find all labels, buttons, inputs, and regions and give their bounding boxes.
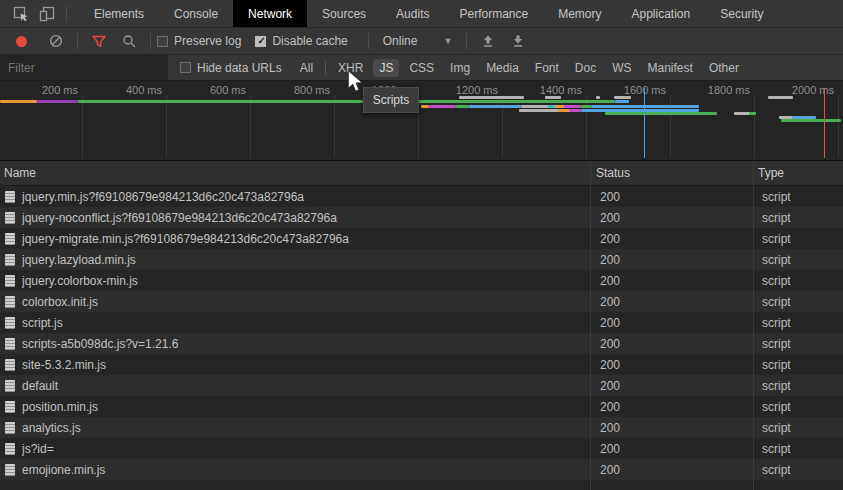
table-row[interactable]: site-5.3.2.min.js200script (0, 354, 843, 375)
table-row[interactable]: scripts-a5b098dc.js?v=1.21.6200script (0, 333, 843, 354)
inspect-element-icon[interactable] (8, 1, 34, 27)
tab-sources[interactable]: Sources (307, 0, 381, 27)
request-name[interactable]: colorbox.init.js (22, 295, 590, 309)
request-name[interactable]: scripts-a5b098dc.js?v=1.21.6 (22, 337, 590, 351)
request-status: 200 (590, 211, 753, 225)
tab-memory[interactable]: Memory (543, 0, 616, 27)
request-type: script (753, 211, 791, 225)
disable-cache-checkbox[interactable] (255, 36, 266, 47)
request-name[interactable]: emojione.min.js (22, 463, 590, 477)
timeline-tick-label: 1800 ms (680, 84, 750, 96)
request-status: 200 (590, 274, 753, 288)
tab-strip: ElementsConsoleNetworkSourcesAuditsPerfo… (79, 0, 779, 27)
table-row[interactable]: jquery.colorbox-min.js200script (0, 270, 843, 291)
filter-bar: Hide data URLs AllXHRJSCSSImgMediaFontDo… (0, 55, 843, 81)
table-row[interactable]: emojione.min.js200script (0, 459, 843, 480)
tab-performance[interactable]: Performance (444, 0, 543, 27)
toolbar-divider (150, 33, 151, 49)
column-header-type[interactable]: Type (749, 166, 784, 180)
timeline-gridline (250, 95, 251, 158)
filter-pill-css[interactable]: CSS (403, 59, 440, 77)
script-file-icon (5, 422, 15, 434)
hide-data-urls-label: Hide data URLs (197, 61, 282, 75)
tab-network[interactable]: Network (233, 0, 307, 27)
table-row[interactable]: jquery-migrate.min.js?f69108679e984213d6… (0, 228, 843, 249)
filter-pill-font[interactable]: Font (529, 59, 565, 77)
tab-elements[interactable]: Elements (79, 0, 159, 27)
clear-icon[interactable] (45, 30, 67, 52)
dom-content-loaded-line (644, 88, 645, 158)
preserve-log-checkbox[interactable] (157, 36, 168, 47)
request-name[interactable]: jquery.lazyload.min.js (22, 253, 590, 267)
timeline-overview[interactable]: 200 ms400 ms600 ms800 ms1000 ms1200 ms14… (0, 81, 843, 161)
throttling-value: Online (383, 34, 418, 48)
waterfall-segment-green (749, 112, 756, 115)
table-row[interactable]: jquery-noconflict.js?f69108679e984213d6c… (0, 207, 843, 228)
hide-data-urls-checkbox[interactable] (180, 62, 191, 73)
request-type: script (753, 295, 791, 309)
request-name[interactable]: script.js (22, 316, 590, 330)
script-file-icon (5, 464, 15, 476)
table-row[interactable]: default200script (0, 375, 843, 396)
disable-cache-toggle[interactable]: Disable cache (255, 34, 347, 48)
filter-pill-manifest[interactable]: Manifest (642, 59, 699, 77)
column-header-name[interactable]: Name (0, 166, 586, 180)
table-row[interactable]: analytics.js200script (0, 417, 843, 438)
column-divider[interactable] (590, 161, 591, 490)
waterfall-segment-orange (0, 100, 37, 103)
request-name[interactable]: jquery-noconflict.js?f69108679e984213d6c… (22, 211, 590, 225)
search-icon[interactable] (118, 30, 140, 52)
column-divider[interactable] (753, 161, 754, 490)
script-file-icon (5, 212, 15, 224)
filter-pill-ws[interactable]: WS (606, 59, 637, 77)
request-name[interactable]: jquery.colorbox-min.js (22, 274, 590, 288)
export-har-icon[interactable] (507, 30, 529, 52)
tab-audits[interactable]: Audits (381, 0, 444, 27)
request-name[interactable]: site-5.3.2.min.js (22, 358, 590, 372)
waterfall-segment-orange (558, 109, 569, 112)
tab-application[interactable]: Application (617, 0, 706, 27)
request-name[interactable]: jquery-migrate.min.js?f69108679e984213d6… (22, 232, 590, 246)
table-body: jquery.min.js?f69108679e984213d6c20c473a… (0, 186, 843, 480)
filter-pill-img[interactable]: Img (444, 59, 476, 77)
filter-pill-media[interactable]: Media (480, 59, 525, 77)
request-status: 200 (590, 358, 753, 372)
request-name[interactable]: jquery.min.js?f69108679e984213d6c20c473a… (22, 190, 590, 204)
pill-divider (325, 61, 326, 74)
request-status: 200 (590, 316, 753, 330)
requests-table: Name Status Type jquery.min.js?f69108679… (0, 161, 843, 490)
waterfall-segment-gray (545, 96, 561, 99)
request-type: script (753, 337, 791, 351)
device-toolbar-icon[interactable] (34, 1, 60, 27)
filter-pill-js[interactable]: JS (373, 59, 399, 77)
tab-security[interactable]: Security (705, 0, 778, 27)
waterfall-segment-green (78, 100, 615, 103)
request-name[interactable]: position.min.js (22, 400, 590, 414)
request-name[interactable]: js?id= (22, 442, 590, 456)
table-row[interactable]: jquery.min.js?f69108679e984213d6c20c473a… (0, 186, 843, 207)
script-file-icon (5, 233, 15, 245)
waterfall-segment-green (605, 112, 717, 115)
request-name[interactable]: analytics.js (22, 421, 590, 435)
record-button[interactable] (16, 36, 27, 47)
table-row[interactable]: js?id=200script (0, 438, 843, 459)
table-row[interactable]: colorbox.init.js200script (0, 291, 843, 312)
preserve-log-toggle[interactable]: Preserve log (157, 34, 241, 48)
filter-icon[interactable] (88, 30, 110, 52)
table-row[interactable]: jquery.lazyload.min.js200script (0, 249, 843, 270)
table-row[interactable]: script.js200script (0, 312, 843, 333)
tab-console[interactable]: Console (159, 0, 233, 27)
hide-data-urls-toggle[interactable]: Hide data URLs (180, 61, 282, 75)
column-header-status[interactable]: Status (586, 166, 749, 180)
script-file-icon (5, 401, 15, 413)
request-name[interactable]: default (22, 379, 590, 393)
filter-input[interactable] (0, 55, 168, 80)
import-har-icon[interactable] (477, 30, 499, 52)
filter-pill-all[interactable]: All (294, 59, 319, 77)
timeline-gridline (754, 95, 755, 158)
filter-pill-doc[interactable]: Doc (569, 59, 602, 77)
throttling-dropdown[interactable]: Online ▼ (383, 34, 453, 48)
table-row[interactable]: position.min.js200script (0, 396, 843, 417)
request-status: 200 (590, 400, 753, 414)
filter-pill-other[interactable]: Other (703, 59, 745, 77)
